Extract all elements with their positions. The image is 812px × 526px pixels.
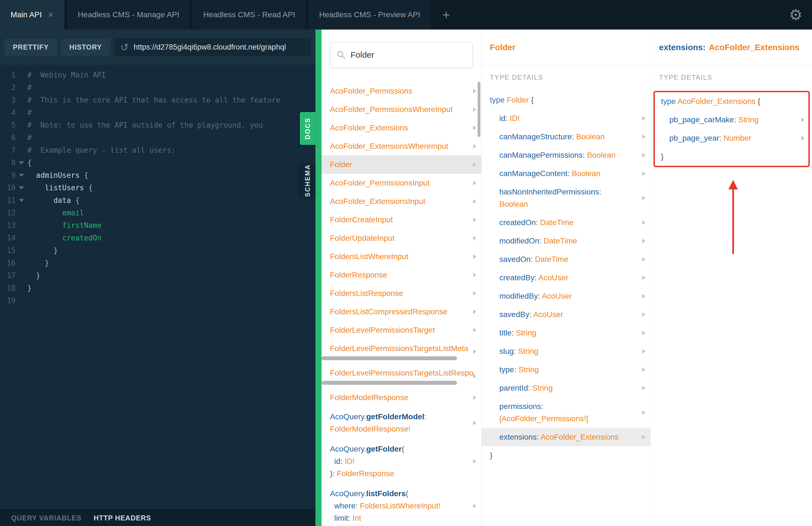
fold-spacer [16, 69, 27, 81]
code-line[interactable]: 13 firstName [0, 219, 316, 232]
code-line[interactable]: 3# This is the core API that has access … [0, 94, 316, 106]
type-field-row[interactable]: canManageStructure: Boolean [481, 128, 650, 146]
code-line[interactable]: 16 } [0, 257, 316, 269]
code-line[interactable]: 8{ [0, 157, 316, 169]
docs-search-input[interactable] [350, 50, 466, 60]
vertical-scrollbar[interactable] [478, 82, 480, 137]
fold-spacer [16, 81, 27, 94]
type-field-row[interactable]: canManageContent: Boolean [481, 164, 650, 183]
code-line[interactable]: 10 listUsers { [0, 182, 316, 194]
type-close-line: } [655, 147, 808, 166]
chevron-right-icon [642, 220, 646, 225]
type-field-row[interactable]: modifiedOn: DateTime [481, 232, 650, 250]
code-line[interactable]: 19 [0, 294, 316, 307]
add-tab-button[interactable]: + [434, 0, 459, 30]
type-field-row[interactable]: type: String [481, 361, 650, 379]
code-line[interactable]: 4# [0, 106, 316, 119]
code-line[interactable]: 7# Example query - list all users: [0, 144, 316, 157]
type-field-row[interactable]: pb_page_carMake: String [655, 111, 808, 129]
code-line[interactable]: 15 } [0, 244, 316, 257]
docs-list-item[interactable]: AcoFolder_ExtensionsInput [322, 192, 481, 210]
history-button[interactable]: HISTORY [61, 39, 110, 56]
type-field-row[interactable]: slug: String [481, 342, 650, 361]
refresh-icon[interactable]: ↺ [120, 42, 129, 53]
docs-search-pane: AcoFolder_PermissionsAcoFolder_Permissio… [322, 30, 481, 526]
code-line[interactable]: 17 } [0, 269, 316, 282]
docs-list-item[interactable]: FolderLevelPermissionsTargetsListRespo [322, 364, 481, 389]
code-line[interactable]: 11 data { [0, 194, 316, 207]
type-field-row[interactable]: pb_page_year: Number [655, 129, 808, 147]
type-field-row[interactable]: createdBy: AcoUser [481, 268, 650, 287]
tab-bar: Main API × Headless CMS - Manage API Hea… [0, 0, 812, 30]
docs-list-item[interactable]: FoldersListCompressedResponse [322, 303, 481, 321]
tab-headless-cms-preview-api[interactable]: Headless CMS - Preview API [308, 0, 431, 30]
chevron-right-icon [473, 89, 476, 93]
close-tab-icon[interactable]: × [48, 10, 54, 20]
fold-arrow-icon[interactable] [16, 157, 27, 169]
query-variables-tab[interactable]: QUERY VARIABLES [11, 514, 81, 522]
docs-list-item[interactable]: FolderResponse [322, 266, 481, 284]
prettify-button[interactable]: PRETTIFY [4, 39, 57, 56]
docs-list-item[interactable]: AcoFolder_PermissionsInput [322, 174, 481, 192]
type-field-row[interactable]: hasNonInheritedPermissions:Boolean [481, 183, 650, 214]
code-line[interactable]: 1# Webiny Main API [0, 69, 316, 81]
docs-list-item[interactable]: FolderUpdateInput [322, 229, 481, 247]
extension-details-pane: extensions: AcoFolder_Extensions TYPE DE… [650, 30, 812, 526]
type-field-row[interactable]: parentId: String [481, 379, 650, 397]
docs-list-item[interactable]: FolderCreateInput [322, 210, 481, 229]
http-headers-tab[interactable]: HTTP HEADERS [93, 514, 151, 522]
fold-arrow-icon[interactable] [16, 182, 27, 194]
fold-arrow-icon[interactable] [16, 169, 27, 182]
docs-list-item-query[interactable]: AcoQuery.getFolder( id: ID!): FolderResp… [322, 439, 481, 484]
docs-list-item[interactable]: FoldersListWhereInput [322, 247, 481, 266]
docs-list-item[interactable]: AcoFolder_Permissions [322, 82, 481, 100]
docs-list-item[interactable]: FolderLevelPermissionsTargetsListMeta [322, 339, 481, 364]
type-field-row[interactable]: modifiedBy: AcoUser [481, 287, 650, 305]
type-field-row[interactable]: savedOn: DateTime [481, 250, 650, 268]
docs-list-item-query[interactable]: AcoQuery.listFolders( where: FoldersList… [322, 484, 481, 526]
type-definition-block: type Folder { id: ID!canManageStructure:… [481, 91, 650, 465]
line-number: 14 [0, 232, 16, 244]
docs-list-item[interactable]: Folder [322, 156, 481, 174]
type-field-row[interactable]: id: ID! [481, 109, 650, 128]
code-line[interactable]: 2# [0, 81, 316, 94]
docs-search-box[interactable] [330, 42, 473, 68]
docs-side-tab[interactable]: DOCS [300, 112, 316, 145]
docs-pane-divider[interactable] [316, 30, 322, 526]
code-line[interactable]: 18} [0, 282, 316, 294]
tab-headless-cms-manage-api[interactable]: Headless CMS - Manage API [67, 0, 190, 30]
type-field-row[interactable]: title: String [481, 324, 650, 342]
horizontal-scrollbar[interactable] [322, 356, 457, 360]
type-field-row[interactable]: savedBy: AcoUser [481, 305, 650, 324]
code-line[interactable]: 9 adminUsers { [0, 169, 316, 182]
query-editor[interactable]: 1# Webiny Main API2#3# This is the core … [0, 65, 316, 509]
code-line[interactable]: 12 email [0, 207, 316, 219]
type-field-row[interactable]: permissions:[AcoFolder_Permissions!] [481, 397, 650, 428]
code-text: } [27, 269, 40, 282]
tab-headless-cms-read-api[interactable]: Headless CMS - Read API [192, 0, 306, 30]
settings-gear-icon[interactable]: ⚙ [780, 0, 812, 30]
code-line[interactable]: 14 createdOn [0, 232, 316, 244]
horizontal-scrollbar[interactable] [322, 381, 457, 385]
code-line[interactable]: 6# [0, 132, 316, 144]
type-field-row[interactable]: createdOn: DateTime [481, 214, 650, 232]
endpoint-url: https://d2785gi4qi6pw8.cloudfront.net/gr… [134, 43, 286, 52]
docs-list-item[interactable]: FolderModelResponse [322, 389, 481, 407]
docs-list-item[interactable]: AcoFolder_PermissionsWhereInput [322, 100, 481, 119]
chevron-right-icon [642, 410, 646, 415]
type-field-row[interactable]: extensions: AcoFolder_Extensions [481, 428, 650, 446]
tab-main-api[interactable]: Main API × [0, 0, 64, 30]
docs-list-item[interactable]: FolderLevelPermissionsTarget [322, 321, 481, 339]
docs-list-item-query[interactable]: AcoQuery.getFolderModel:FolderModelRespo… [322, 407, 481, 439]
docs-list-item[interactable]: FoldersListResponse [322, 284, 481, 303]
docs-list-item[interactable]: AcoFolder_Extensions [322, 119, 481, 137]
code-line[interactable]: 5# Note: to use the API outside of the p… [0, 119, 316, 132]
schema-side-tab[interactable]: SCHEMA [300, 164, 316, 197]
endpoint-url-bar[interactable]: ↺ https://d2785gi4qi6pw8.cloudfront.net/… [114, 39, 311, 56]
type-field-row[interactable]: canManagePermissions: Boolean [481, 146, 650, 164]
fold-arrow-icon[interactable] [16, 194, 27, 207]
line-number: 15 [0, 244, 16, 257]
search-icon [337, 50, 346, 59]
docs-list-item[interactable]: AcoFolder_ExtensionsWhereInput [322, 137, 481, 156]
extension-pane-type: AcoFolder_Extensions [709, 43, 799, 52]
